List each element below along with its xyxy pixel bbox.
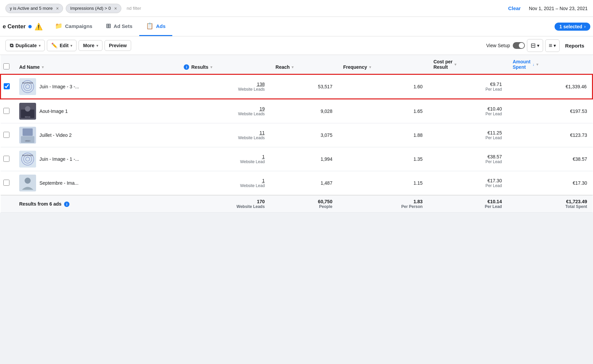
summary-reach-cell: 60,750 People (270, 195, 338, 213)
preview-button[interactable]: Preview (105, 40, 131, 51)
row-checkbox[interactable] (3, 156, 9, 162)
row-checkbox-cell[interactable] (1, 171, 14, 195)
summary-reach-sub: People (275, 204, 332, 209)
results-value[interactable]: 11 (184, 130, 265, 135)
row-checkbox-cell[interactable] (1, 99, 14, 123)
add-filter-placeholder: nd filter (127, 6, 141, 11)
tab-campaigns[interactable]: 📁 Campaigns (48, 17, 99, 36)
frequency-value: 1.65 (413, 109, 422, 114)
chevron-right-icon: › (584, 24, 586, 29)
reach-value: 1,994 (321, 156, 332, 162)
filter-chip-status-close[interactable]: × (56, 6, 59, 11)
select-all-checkbox[interactable] (3, 63, 9, 69)
duplicate-icon: ⧉ (10, 42, 13, 49)
row-amount-cell: €1,339.46 (507, 74, 593, 99)
ads-table: Ad Name ▾ i Results ▾ Reach ▾ (0, 55, 593, 213)
summary-amount-value: €1,723.49 (566, 199, 587, 204)
cost-value: €9.71 (490, 82, 502, 87)
cost-value: €17.30 (487, 178, 502, 183)
amount-sort-caret-icon[interactable]: ▾ (536, 62, 538, 67)
row-amount-cell: €17.30 (507, 171, 593, 195)
amount-value: €1,339.46 (566, 84, 587, 89)
toggle-knob (519, 43, 524, 48)
selected-badge[interactable]: 1 selected › (555, 23, 590, 31)
row-results-cell: 138 Website Leads (178, 74, 270, 99)
edit-label: Edit (60, 43, 68, 48)
summary-label-cell: Results from 6 ads i (14, 195, 178, 213)
row-checkbox-cell[interactable] (1, 123, 14, 147)
th-frequency: Frequency ▾ (338, 55, 428, 74)
row-checkbox[interactable] (3, 108, 9, 114)
summary-info-icon[interactable]: i (64, 202, 69, 207)
breakdown-button[interactable]: ≡ ▾ (545, 39, 560, 52)
amount-value: €197.53 (570, 109, 587, 114)
ads-icon: 📋 (146, 22, 153, 30)
th-reach: Reach ▾ (270, 55, 338, 74)
filter-chip-status-label: y is Active and 5 more (10, 6, 53, 11)
results-value[interactable]: 138 (184, 82, 265, 87)
ad-name-text: Aout-Image 1 (39, 109, 68, 114)
cost-value: €11.25 (487, 130, 502, 135)
more-button[interactable]: More ▾ (79, 40, 102, 51)
filter-chip-status[interactable]: y is Active and 5 more × (5, 4, 63, 13)
duplicate-label: Duplicate (16, 43, 37, 48)
row-cost-cell: €9.71 Per Lead (428, 74, 507, 99)
results-value[interactable]: 1 (184, 178, 265, 183)
row-results-cell: 1 Website Lead (178, 147, 270, 171)
svg-point-19 (25, 178, 31, 184)
results-value[interactable]: 1 (184, 154, 265, 159)
svg-rect-10 (21, 136, 34, 143)
tab-campaigns-label: Campaigns (65, 23, 92, 29)
row-cost-cell: €11.25 Per Lead (428, 123, 507, 147)
filter-chip-impressions-close[interactable]: × (114, 6, 117, 11)
results-info-icon[interactable]: i (184, 64, 189, 70)
results-value[interactable]: 19 (184, 106, 265, 112)
amount-sort-icon[interactable]: ↓ (533, 62, 535, 66)
summary-reach-value: 60,750 (318, 199, 332, 204)
cost-sort-icon[interactable]: ▾ (454, 62, 456, 67)
row-amount-cell: €197.53 (507, 99, 593, 123)
table-row: Septembre - Ima... 1 Website Lead 1,487 … (1, 171, 593, 195)
filter-chip-impressions[interactable]: Impressions (Ad) > 0 × (66, 4, 121, 13)
summary-cost-cell: €10.14 Per Lead (428, 195, 507, 213)
th-ad-name-label: Ad Name (19, 64, 40, 70)
summary-results-cell: 170 Website Leads (178, 195, 270, 213)
cost-value: €38.57 (487, 154, 502, 159)
edit-button[interactable]: ✏️ Edit ▾ (47, 40, 77, 51)
row-checkbox-cell[interactable] (1, 74, 14, 99)
edit-caret-icon: ▾ (70, 44, 72, 48)
tab-ads[interactable]: 📋 Ads (139, 17, 172, 36)
summary-cost-sub: Per Lead (434, 204, 502, 209)
tab-ads-label: Ads (156, 23, 166, 29)
row-checkbox[interactable] (4, 83, 10, 89)
warning-icon: ⚠️ (34, 23, 43, 31)
view-setup-toggle[interactable] (513, 42, 525, 49)
row-reach-cell: 1,994 (270, 147, 338, 171)
duplicate-button[interactable]: ⧉ Duplicate ▾ (5, 40, 45, 51)
nav-section-title: e Center ⚠️ (3, 23, 48, 31)
row-checkbox[interactable] (3, 132, 9, 138)
row-checkbox-cell[interactable] (1, 147, 14, 171)
results-sub: Website Leads (184, 135, 265, 140)
reach-sort-icon[interactable]: ▾ (292, 65, 294, 69)
row-reach-cell: 9,028 (270, 99, 338, 123)
columns-button[interactable]: ⊟ ▾ (527, 39, 543, 52)
summary-results-value: 170 (257, 199, 265, 204)
svg-text:EN 6 ÉTAPES: EN 6 ÉTAPES (22, 154, 33, 156)
toolbar: ⧉ Duplicate ▾ ✏️ Edit ▾ More ▾ Preview V… (0, 36, 593, 55)
summary-frequency-sub: Per Person (343, 204, 423, 209)
th-amount-spent-label: AmountSpent (513, 59, 531, 70)
reports-button[interactable]: Reports (562, 40, 588, 51)
clear-button[interactable]: Clear (508, 5, 521, 11)
row-checkbox[interactable] (3, 180, 9, 186)
results-sub: Website Lead (184, 183, 265, 188)
row-reach-cell: 1,487 (270, 171, 338, 195)
campaigns-icon: 📁 (55, 22, 62, 30)
row-reach-cell: 3,075 (270, 123, 338, 147)
th-ad-name: Ad Name ▾ (14, 55, 178, 74)
ad-name-sort-icon[interactable]: ▾ (42, 65, 44, 69)
results-sort-icon[interactable]: ▾ (210, 65, 212, 69)
summary-results-sub: Website Leads (184, 204, 265, 209)
tab-adsets[interactable]: ⊞ Ad Sets (99, 17, 139, 36)
frequency-sort-icon[interactable]: ▾ (369, 65, 371, 69)
